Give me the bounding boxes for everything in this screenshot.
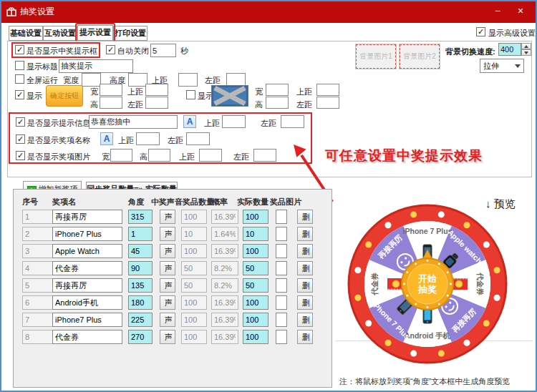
auto-close-checkbox[interactable]: ✓ bbox=[106, 45, 115, 54]
prize-image-field[interactable] bbox=[276, 330, 287, 344]
ok-button-preview[interactable]: 确定按钮 bbox=[46, 85, 83, 107]
app-icon bbox=[6, 6, 17, 17]
angle-input[interactable] bbox=[128, 244, 153, 258]
actual-quantity-input[interactable] bbox=[243, 227, 268, 241]
angle-input[interactable] bbox=[128, 330, 153, 344]
ok-left-input[interactable] bbox=[145, 97, 168, 109]
prize-name-input[interactable] bbox=[52, 227, 122, 241]
fullscreen-width-input[interactable] bbox=[82, 73, 101, 87]
show-tip-info-checkbox[interactable]: ✓ bbox=[16, 117, 25, 127]
spinner-up-icon[interactable] bbox=[521, 43, 531, 49]
prize-image-field[interactable] bbox=[276, 295, 287, 310]
advanced-settings-checkbox[interactable]: ✓ bbox=[476, 27, 485, 36]
angle-input[interactable] bbox=[128, 313, 153, 327]
actual-quantity-input[interactable] bbox=[243, 330, 268, 344]
close-button[interactable]: × bbox=[511, 3, 530, 19]
tab-interaction[interactable]: 互动设置 bbox=[43, 26, 77, 41]
prize-name-input[interactable] bbox=[52, 295, 122, 310]
left-label: 左距 bbox=[296, 99, 312, 110]
prize-image-field[interactable] bbox=[276, 278, 287, 293]
angle-input[interactable] bbox=[128, 210, 153, 224]
tip-font-button[interactable]: A bbox=[183, 115, 196, 128]
sound-button[interactable]: 声 bbox=[160, 261, 175, 275]
prize-quantity-field bbox=[181, 278, 207, 293]
closebtn-width-input[interactable] bbox=[266, 84, 289, 96]
show-prize-image-checkbox[interactable]: ✓ bbox=[16, 151, 25, 160]
angle-input[interactable] bbox=[128, 278, 153, 293]
ok-top-input[interactable] bbox=[145, 84, 168, 96]
sound-button[interactable]: 声 bbox=[160, 244, 175, 258]
angle-input[interactable] bbox=[128, 227, 153, 241]
show-title-checkbox[interactable] bbox=[15, 61, 24, 70]
show-prize-name-checkbox[interactable]: ✓ bbox=[16, 134, 25, 144]
prize-name-input[interactable] bbox=[52, 261, 122, 275]
sound-button[interactable]: 声 bbox=[160, 313, 175, 327]
sound-button[interactable]: 声 bbox=[160, 295, 175, 310]
delete-button[interactable]: 删 bbox=[297, 330, 313, 344]
show-tip-box-checkbox[interactable]: ✓ bbox=[15, 45, 24, 54]
prize-image-height-input[interactable] bbox=[148, 149, 170, 162]
actual-quantity-input[interactable] bbox=[243, 295, 268, 310]
tip-title-input[interactable] bbox=[59, 59, 133, 73]
actual-quantity-input[interactable] bbox=[243, 244, 268, 258]
prize-name-font-button[interactable]: A bbox=[100, 132, 113, 145]
close-x-image[interactable] bbox=[211, 85, 248, 107]
show-ok-button-checkbox[interactable]: ✓ bbox=[15, 90, 24, 99]
delete-button[interactable]: 删 bbox=[297, 261, 313, 275]
prize-image-top-input[interactable] bbox=[199, 149, 222, 162]
actual-quantity-input[interactable] bbox=[243, 210, 268, 224]
actual-quantity-input[interactable] bbox=[243, 261, 268, 275]
spinner-down-icon[interactable] bbox=[521, 49, 531, 56]
prize-name-input[interactable] bbox=[52, 244, 122, 258]
closebtn-left-input[interactable] bbox=[316, 97, 339, 109]
sound-button[interactable]: 声 bbox=[160, 278, 175, 293]
sound-button[interactable]: 声 bbox=[160, 227, 175, 241]
prize-image-width-input[interactable] bbox=[110, 149, 132, 162]
prize-image-field[interactable] bbox=[276, 244, 287, 258]
prize-image-left-input[interactable] bbox=[253, 149, 276, 162]
background-image1-button[interactable]: 背景图片1 bbox=[356, 44, 396, 69]
prize-name-input[interactable] bbox=[52, 330, 122, 344]
fullscreen-height-input[interactable] bbox=[128, 73, 147, 87]
bg-speed-input[interactable] bbox=[498, 43, 521, 56]
prize-name-left-input[interactable] bbox=[186, 132, 210, 145]
ok-width-input[interactable] bbox=[100, 84, 122, 96]
actual-quantity-input[interactable] bbox=[243, 278, 268, 293]
prize-image-field[interactable] bbox=[276, 313, 287, 327]
prize-image-field[interactable] bbox=[276, 261, 287, 275]
prize-name-input[interactable] bbox=[52, 313, 122, 327]
prize-name-input[interactable] bbox=[52, 210, 122, 224]
background-image2-button[interactable]: 背景图片2 bbox=[400, 44, 440, 69]
angle-input[interactable] bbox=[128, 295, 153, 310]
angle-input[interactable] bbox=[128, 261, 153, 275]
delete-button[interactable]: 删 bbox=[297, 278, 313, 293]
stretch-dropdown[interactable]: 拉伸 bbox=[480, 59, 524, 73]
delete-button[interactable]: 删 bbox=[297, 313, 313, 327]
prize-name-input[interactable] bbox=[52, 278, 122, 293]
tip-message-input[interactable] bbox=[89, 115, 178, 129]
prize-image-field[interactable] bbox=[276, 210, 287, 224]
fullscreen-top-input[interactable] bbox=[178, 73, 198, 87]
sound-button[interactable]: 声 bbox=[160, 210, 175, 224]
prize-image-field[interactable] bbox=[276, 227, 287, 241]
delete-button[interactable]: 删 bbox=[297, 210, 313, 224]
delete-button[interactable]: 删 bbox=[297, 227, 313, 241]
h-label: 高 bbox=[140, 152, 147, 162]
sound-button[interactable]: 声 bbox=[160, 330, 175, 344]
ok-height-input[interactable] bbox=[100, 97, 122, 109]
auto-close-seconds-input[interactable] bbox=[150, 44, 176, 57]
left-margin-label: 左距 bbox=[205, 75, 221, 86]
delete-button[interactable]: 删 bbox=[297, 244, 313, 258]
closebtn-height-input[interactable] bbox=[266, 97, 289, 109]
actual-quantity-input[interactable] bbox=[243, 313, 268, 327]
delete-button[interactable]: 删 bbox=[297, 295, 313, 310]
tip-top-input[interactable] bbox=[222, 115, 246, 128]
fullscreen-checkbox[interactable] bbox=[15, 74, 24, 84]
closebtn-top-input[interactable] bbox=[316, 84, 339, 96]
h-label: 高 bbox=[90, 99, 98, 110]
minimize-button[interactable]: − bbox=[488, 3, 507, 19]
tab-basic[interactable]: 基础设置 bbox=[9, 26, 43, 41]
show-close-button-checkbox[interactable] bbox=[186, 90, 195, 99]
tab-print[interactable]: 打印设置 bbox=[113, 26, 147, 41]
prize-name-top-input[interactable] bbox=[136, 132, 160, 145]
